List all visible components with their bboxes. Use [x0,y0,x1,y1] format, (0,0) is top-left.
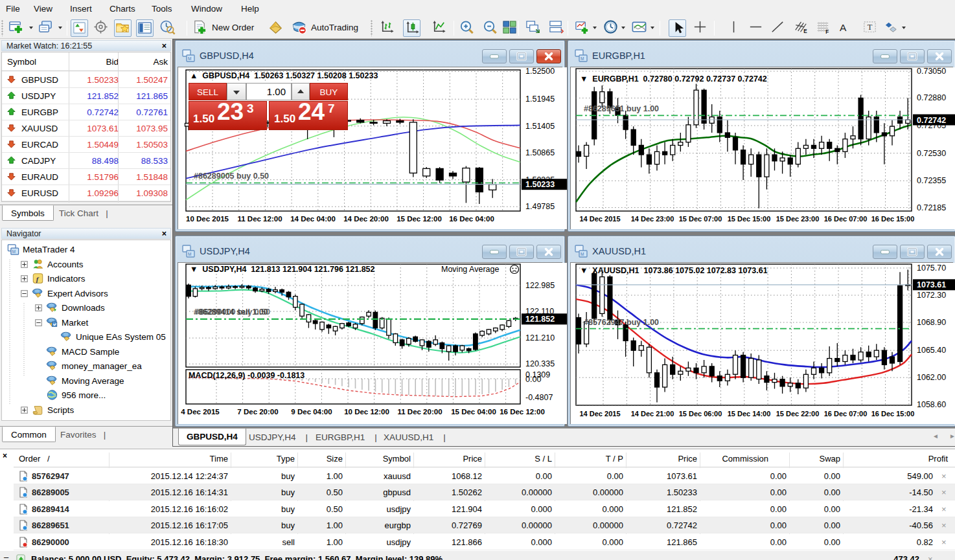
svg-text:1.50865: 1.50865 [525,148,555,157]
svg-text:0.72355: 0.72355 [917,176,946,185]
svg-text:16 Dec 07:00: 16 Dec 07:00 [824,215,868,223]
svg-text:15 Dec 07:00: 15 Dec 07:00 [679,215,722,223]
svg-text:0.72530: 0.72530 [917,149,946,158]
svg-text:MACD(12,26,9) -0.0039 -0.1813: MACD(12,26,9) -0.0039 -0.1813 [189,371,305,380]
svg-text:15 Dec 12:00: 15 Dec 12:00 [397,215,442,223]
svg-text:4 Dec 2015: 4 Dec 2015 [181,408,220,416]
svg-text:1.49785: 1.49785 [525,202,555,211]
svg-text:14 Dec 2015: 14 Dec 2015 [580,215,621,223]
svg-text:1.52500: 1.52500 [525,67,555,76]
svg-text:16 Dec 15:00: 16 Dec 15:00 [871,410,915,418]
svg-text:M: M [188,252,191,256]
svg-text:#86290000 buy 0.50: #86290000 buy 0.50 [195,308,270,317]
svg-text:120.335: 120.335 [525,359,555,368]
svg-text:1.51945: 1.51945 [525,95,555,104]
svg-text:-0.4807: -0.4807 [525,393,553,402]
svg-text:14 Dec 21:00: 14 Dec 21:00 [631,410,674,418]
svg-text:15 Dec 23:00: 15 Dec 23:00 [776,215,820,223]
svg-text:0.72880: 0.72880 [917,93,946,102]
svg-text:1.51405: 1.51405 [525,122,555,131]
svg-text:14 Dec 2015: 14 Dec 2015 [580,410,621,418]
svg-text:#85762947 buy 1.00: #85762947 buy 1.00 [584,318,659,327]
svg-text:14 Dec 20:00: 14 Dec 20:00 [343,215,389,223]
svg-text:0.00: 0.00 [525,375,541,384]
svg-text:14 Dec 23:00: 14 Dec 23:00 [631,215,674,223]
svg-text:M: M [12,249,16,254]
svg-text:F: F [825,29,829,35]
svg-text:#86289651 buy 1.00: #86289651 buy 1.00 [584,104,659,113]
svg-text:10 Dec 2015: 10 Dec 2015 [186,215,229,223]
svg-text:15 Dec 14:00: 15 Dec 14:00 [728,410,771,418]
svg-text:15 Dec 04:00: 15 Dec 04:00 [451,408,496,416]
svg-text:15 Dec 06:00: 15 Dec 06:00 [679,410,722,418]
svg-text:1073.61: 1073.61 [917,280,946,289]
svg-text:M: M [581,56,584,61]
svg-text:16 Dec 04:00: 16 Dec 04:00 [449,215,494,223]
svg-text:0.72185: 0.72185 [917,203,946,212]
svg-text:7 Dec 20:00: 7 Dec 20:00 [237,408,278,416]
svg-text:9 Dec 04:00: 9 Dec 04:00 [291,408,332,416]
svg-text:▼ USDJPY,H4 121.813 121.904: ▼ USDJPY,H4 121.813 121.904 121.796 121.… [190,265,375,274]
svg-text:11 Dec 12:00: 11 Dec 12:00 [237,215,282,223]
svg-text:T: T [868,23,873,32]
svg-text:0.72742: 0.72742 [917,116,946,125]
svg-text:▼ EURGBP,H1 0.72780 0.72792: ▼ EURGBP,H1 0.72780 0.72792 0.72737 0.72… [580,74,767,84]
svg-text:1075.70: 1075.70 [917,263,946,273]
svg-text:1062.00: 1062.00 [917,373,946,382]
svg-text:M: M [581,252,584,256]
svg-text:10 Dec 12:00: 10 Dec 12:00 [344,408,389,416]
svg-text:0.73050: 0.73050 [917,67,946,76]
svg-text:1058.60: 1058.60 [917,400,946,409]
svg-text:121.210: 121.210 [525,333,555,342]
svg-text:E: E [803,28,807,34]
svg-text:11 Dec 20:00: 11 Dec 20:00 [397,408,442,416]
svg-text:16 Dec 07:00: 16 Dec 07:00 [824,410,868,418]
svg-text:▼ XAUUSD,H1 1073.86 1075.02: ▼ XAUUSD,H1 1073.86 1075.02 1072.83 1073… [580,266,768,275]
svg-text:122.985: 122.985 [525,281,555,290]
svg-text:1.50233: 1.50233 [525,180,555,189]
svg-text:15 Dec 15:00: 15 Dec 15:00 [728,215,771,223]
svg-text:▲ GBPUSD,H4 1.50263 1.50327: ▲ GBPUSD,H4 1.50263 1.50327 1.50208 1.50… [190,71,378,80]
svg-text:121.852: 121.852 [525,315,555,324]
svg-text:1065.40: 1065.40 [917,346,946,355]
svg-text:#86289005 buy 0.50: #86289005 buy 0.50 [194,172,269,181]
svg-text:Moving Average: Moving Average [441,265,499,274]
svg-text:1068.90: 1068.90 [917,318,946,327]
svg-text:16 Dec 12:00: 16 Dec 12:00 [500,408,545,416]
svg-text:15 Dec 22:00: 15 Dec 22:00 [776,410,820,418]
svg-text:1072.30: 1072.30 [917,291,946,300]
svg-text:14 Dec 04:00: 14 Dec 04:00 [290,215,336,223]
svg-text:16 Dec 15:00: 16 Dec 15:00 [871,215,915,223]
svg-text:M: M [188,56,191,61]
